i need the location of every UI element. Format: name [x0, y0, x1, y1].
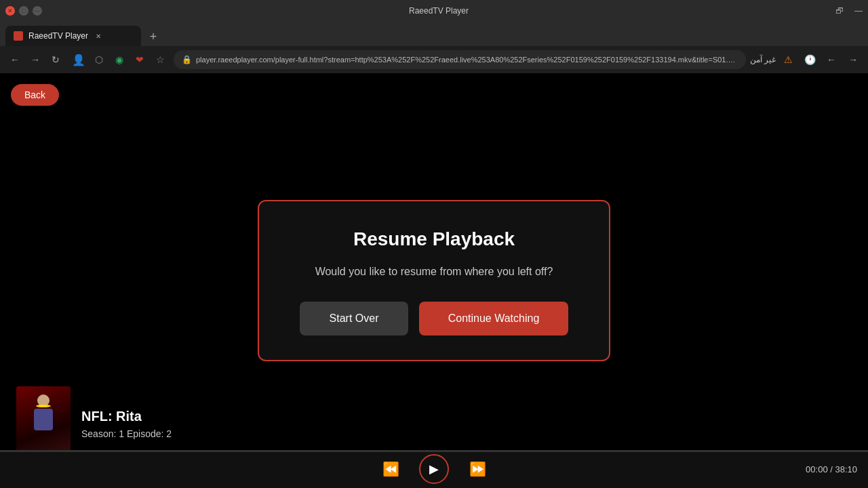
continue-watching-button[interactable]: Continue Watching [419, 302, 568, 336]
window-min-icon[interactable]: — [854, 6, 863, 16]
bookmark-star-icon[interactable]: ☆ [151, 50, 170, 69]
address-bar[interactable]: 🔒 player.raeedplayer.com/player-full.htm… [174, 50, 746, 69]
new-tab-button[interactable]: + [144, 27, 163, 46]
tab-favicon [14, 31, 23, 41]
lock-icon: 🔒 [182, 55, 192, 64]
window-close-button[interactable]: ✕ [5, 6, 15, 16]
nav-back-button[interactable]: ← [5, 50, 24, 69]
active-tab[interactable]: RaeedTV Player ✕ [5, 26, 141, 46]
dialog-buttons: Start Over Continue Watching [286, 302, 582, 336]
title-bar: ✕ □ — RaeedTV Player 🗗 — [0, 0, 868, 22]
nav-back2-button[interactable]: ← [822, 50, 841, 69]
browser-chrome: ✕ □ — RaeedTV Player 🗗 — RaeedTV Player … [0, 0, 868, 73]
profile-icon[interactable]: 👤 [69, 50, 88, 69]
tab-close-button[interactable]: ✕ [94, 31, 103, 41]
dialog-body: Would you like to resume from where you … [286, 264, 582, 280]
nav-forward-button[interactable]: → [26, 50, 45, 69]
tab-label: RaeedTV Player [28, 31, 88, 41]
tab-bar: RaeedTV Player ✕ + [0, 22, 868, 46]
window-restore-icon[interactable]: 🗗 [835, 6, 844, 16]
resume-dialog: Resume Playback Would you like to resume… [258, 200, 610, 361]
dialog-overlay: Resume Playback Would you like to resume… [0, 73, 868, 488]
window-minimize-button[interactable]: — [33, 6, 42, 16]
dialog-title: Resume Playback [286, 228, 582, 250]
window-title: RaeedTV Player [409, 6, 469, 16]
window-controls: ✕ □ — [5, 6, 42, 16]
extension-puzzle-icon[interactable]: ⬡ [90, 50, 108, 69]
back-button[interactable]: Back [11, 84, 59, 106]
security-text: غير آمن [750, 55, 776, 64]
nav-right-controls: غير آمن ⚠ 🕐 ← → [750, 50, 863, 69]
window-maximize-button[interactable]: □ [19, 6, 28, 16]
nav-icons-left: ← → ↻ [5, 50, 65, 69]
start-over-button[interactable]: Start Over [300, 302, 408, 336]
extension-icons: 👤 ⬡ ◉ ❤ ☆ [69, 50, 170, 69]
extension1-icon[interactable]: ◉ [110, 50, 129, 69]
url-text: player.raeedplayer.com/player-full.html?… [196, 56, 738, 64]
warning-icon[interactable]: ⚠ [778, 50, 797, 69]
nav-forward2-button[interactable]: → [844, 50, 863, 69]
extension2-icon[interactable]: ❤ [130, 50, 149, 69]
nav-refresh-button[interactable]: ↻ [46, 50, 65, 69]
nav-bar: ← → ↻ 👤 ⬡ ◉ ❤ ☆ 🔒 player.raeedplayer.com… [0, 46, 868, 73]
history-icon[interactable]: 🕐 [800, 50, 819, 69]
player-area: Back Resume Playback Would you like to r… [0, 73, 868, 488]
